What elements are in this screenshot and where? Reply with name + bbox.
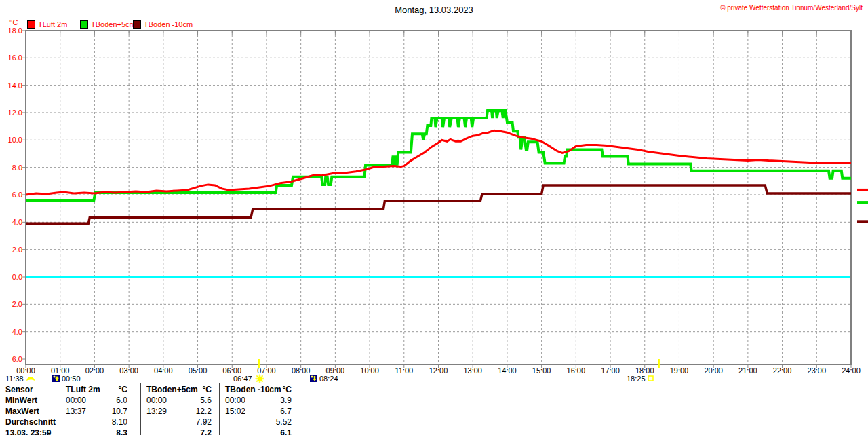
moonset2-annotation: 08:24 — [310, 374, 338, 383]
svg-text:19:00: 19:00 — [670, 366, 689, 375]
minwert-tboden10: 00:003.9 — [225, 396, 292, 406]
legend-item-tboden5: TBoden+5cm — [80, 20, 136, 29]
minwert-tluft: 00:006.0 — [66, 396, 127, 406]
table-divider — [140, 383, 141, 435]
svg-text:08:00: 08:00 — [292, 366, 311, 375]
row-label-durchschnitt: Durchschnitt — [5, 417, 56, 428]
sunrise-annotation: 06:47 — [233, 374, 265, 383]
last-tboden5: 7.2 — [146, 428, 212, 435]
svg-text:14:00: 14:00 — [498, 366, 517, 375]
avg-tboden10: 5.52 — [225, 417, 292, 428]
moonrise-time: 00:50 — [62, 375, 81, 383]
legend-label: TBoden+5cm — [91, 20, 136, 29]
table-divider — [219, 383, 220, 435]
moonrise-icon — [52, 375, 60, 382]
table-header-tboden10: TBoden -10cm°C — [225, 385, 292, 395]
svg-text:18.0: 18.0 — [8, 26, 22, 35]
svg-text:15:00: 15:00 — [532, 366, 551, 375]
moonset-time: 11:38 — [5, 375, 24, 383]
weather-station-chart-page: 18.016.014.012.010.08.06.04.02.00.0-2.0-… — [0, 0, 868, 435]
svg-text:20:00: 20:00 — [704, 366, 723, 375]
table-header-tluft: TLuft 2m°C — [66, 385, 127, 395]
table-header-tboden5: TBoden+5cm°C — [146, 385, 212, 395]
svg-text:-6.0: -6.0 — [9, 355, 22, 363]
tboden10-legend-swatch — [133, 20, 141, 29]
tluft-legend-swatch — [27, 20, 35, 29]
moonset-icon — [310, 375, 317, 382]
sun-icon — [254, 374, 265, 383]
maxwert-tluft: 13:3710.7 — [66, 406, 127, 417]
y-axis-unit-label: °C — [9, 18, 18, 26]
last-tboden10: 6.1 — [225, 428, 292, 435]
last-tluft: 8.3 — [66, 428, 127, 435]
svg-text:2.0: 2.0 — [12, 246, 22, 254]
svg-text:03:00: 03:00 — [119, 366, 138, 375]
svg-text:0.0: 0.0 — [12, 273, 22, 281]
legend-item-tluft: TLuft 2m — [27, 20, 67, 29]
maxwert-tboden10: 15:026.7 — [225, 406, 292, 417]
svg-text:8.0: 8.0 — [12, 164, 22, 172]
svg-text:12:00: 12:00 — [429, 366, 448, 375]
avg-tluft: 8.10 — [66, 417, 127, 428]
row-label-maxwert: MaxWert — [5, 406, 39, 417]
svg-text:10.0: 10.0 — [8, 136, 22, 144]
svg-text:05:00: 05:00 — [189, 366, 208, 375]
svg-text:14.0: 14.0 — [8, 81, 22, 90]
copyright-note: © private Wetterstation Tinnum/Westerlan… — [720, 4, 863, 12]
temperature-chart: 18.016.014.012.010.08.06.04.02.00.0-2.0-… — [0, 0, 868, 435]
row-label-lastreading: 13.03. 23:59 — [5, 428, 51, 435]
table-header-sensor: Sensor — [5, 385, 33, 395]
svg-text:11:00: 11:00 — [395, 366, 413, 375]
table-divider — [307, 383, 307, 435]
sunset-icon — [648, 375, 654, 382]
svg-text:02:00: 02:00 — [85, 366, 104, 375]
svg-text:10:00: 10:00 — [360, 366, 379, 375]
svg-text:12.0: 12.0 — [8, 109, 22, 117]
svg-text:04:00: 04:00 — [154, 366, 173, 375]
svg-text:24:00: 24:00 — [842, 366, 861, 375]
svg-text:22:00: 22:00 — [773, 366, 792, 375]
sunrise-time: 06:47 — [233, 375, 252, 383]
legend-label: TLuft 2m — [38, 20, 67, 29]
moonset2-time: 08:24 — [319, 375, 338, 383]
svg-text:-2.0: -2.0 — [9, 300, 22, 308]
svg-text:16:00: 16:00 — [567, 366, 586, 375]
moon-icon — [26, 375, 36, 382]
statistics-table: Sensor TLuft 2m°C TBoden+5cm°C TBoden -1… — [0, 383, 319, 435]
sunset-time: 18:25 — [627, 375, 646, 383]
svg-text:-4.0: -4.0 — [9, 328, 22, 336]
svg-text:23:00: 23:00 — [808, 366, 827, 375]
svg-text:13:00: 13:00 — [463, 366, 482, 375]
legend-label: TBoden -10cm — [144, 20, 193, 29]
avg-tboden5: 7.92 — [146, 417, 212, 428]
moonrise-annotation: 00:50 — [52, 374, 81, 383]
tboden5-legend-swatch — [80, 20, 88, 29]
svg-text:21:00: 21:00 — [738, 366, 757, 375]
legend-item-tboden10: TBoden -10cm — [133, 20, 193, 29]
maxwert-tboden5: 13:2912.2 — [146, 406, 212, 417]
table-divider — [60, 383, 60, 435]
svg-text:16.0: 16.0 — [8, 54, 22, 62]
sunset-annotation: 18:25 — [627, 374, 654, 383]
svg-text:17:00: 17:00 — [601, 366, 620, 375]
svg-text:6.0: 6.0 — [12, 191, 22, 199]
moonset-annotation: 11:38 — [5, 374, 36, 383]
svg-text:4.0: 4.0 — [12, 218, 22, 226]
row-label-minwert: MinWert — [5, 396, 37, 406]
minwert-tboden5: 00:005.6 — [146, 396, 212, 406]
